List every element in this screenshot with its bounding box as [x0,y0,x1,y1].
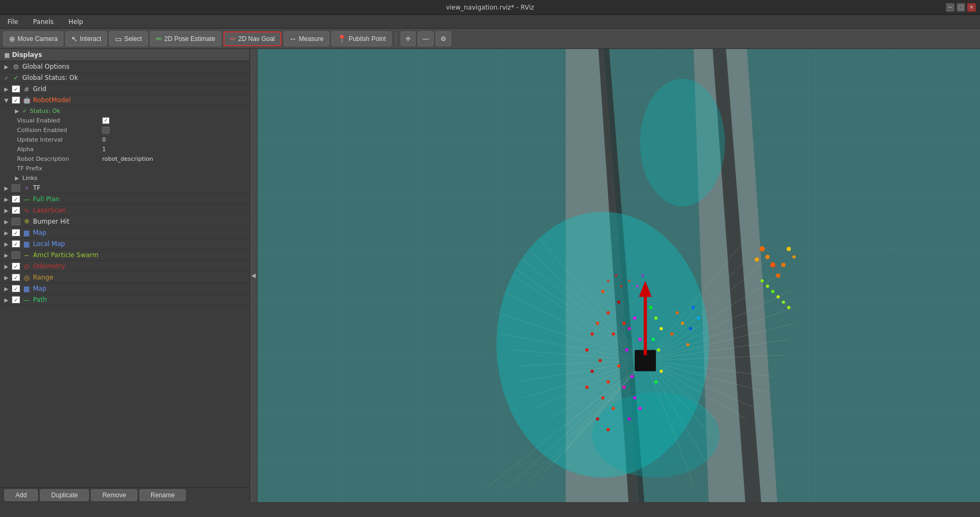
laser-scan-checkbox[interactable]: ✓ [12,207,20,214]
svg-point-71 [599,359,602,362]
links-expander[interactable]: ▶ [15,175,22,181]
measure-label: Measure [299,35,324,43]
amcl-checkbox[interactable] [12,251,20,259]
tf-expander[interactable]: ▶ [4,185,12,191]
nav-goal-button[interactable]: ✏ 2D Nav Goal [223,31,281,46]
grid-expander[interactable]: ▶ [4,86,12,92]
svg-point-63 [607,311,610,314]
collapse-handle[interactable]: ◀ [250,49,258,502]
update-interval-label: Update Interval [17,136,102,143]
bumper-hit-checkbox[interactable] [12,218,20,225]
displays-list[interactable]: ▶ ⚙ Global Options ✓ ✓ Global Status: Ok… [0,61,250,487]
range-item[interactable]: ▶ ✓ ◎ Range [0,272,250,283]
visual-enabled-label: Visual Enabled [17,117,102,124]
full-plan-icon: — [22,195,31,203]
minimize-button[interactable]: ─ [946,3,954,12]
links-item[interactable]: ▶ Links [0,173,250,183]
visual-enabled-row: Visual Enabled ✓ [0,116,250,125]
close-button[interactable]: ✕ [967,3,976,12]
path-item[interactable]: ▶ ✓ — Path [0,294,250,306]
window-controls[interactable]: ─ □ ✕ [946,3,976,12]
path-checkbox[interactable]: ✓ [12,296,20,303]
duplicate-button[interactable]: Duplicate [40,489,89,501]
svg-point-121 [793,256,796,259]
visual-enabled-checkbox[interactable]: ✓ [102,117,110,124]
map-expander[interactable]: ▶ [4,230,12,236]
odometry-expander[interactable]: ▶ [4,264,12,269]
robot-model-expander[interactable]: ▼ [4,97,12,103]
select-button[interactable]: ▭ Select [109,31,147,46]
svg-point-70 [585,348,588,351]
global-status-item[interactable]: ✓ ✓ Global Status: Ok [0,72,250,84]
menu-file[interactable]: File [4,17,21,27]
full-plan-item[interactable]: ▶ ✓ — Full Plan [0,194,250,205]
robot-model-checkbox[interactable]: ✓ [12,96,20,104]
tf-checkbox[interactable] [12,184,20,192]
maximize-button[interactable]: □ [957,3,965,12]
range-checkbox[interactable]: ✓ [12,274,20,281]
range-expander[interactable]: ▶ [4,275,12,281]
update-interval-row: Update Interval 0 [0,135,250,144]
grid-item[interactable]: ▶ ✓ # Grid [0,84,250,95]
toolbar-separator [396,32,396,45]
collision-enabled-checkbox[interactable] [102,127,110,134]
remove-button[interactable]: Remove [91,489,137,501]
map-item[interactable]: ▶ ✓ ▦ Map [0,227,250,239]
svg-point-88 [638,407,642,410]
tf-item[interactable]: ▶ ⚡ TF [0,183,250,194]
svg-point-72 [617,364,620,367]
svg-point-96 [660,370,663,373]
grid-checkbox[interactable]: ✓ [12,85,20,93]
map2-expander[interactable]: ▶ [4,286,12,292]
menu-panels[interactable]: Panels [30,17,57,27]
robot-description-label: Robot Description [17,155,102,162]
svg-point-108 [628,280,630,282]
svg-point-81 [628,327,631,330]
bumper-hit-item[interactable]: ▶ ❊ Bumper Hit [0,216,250,227]
interact-button[interactable]: ↖ Interact [65,31,107,46]
links-label: Links [22,175,37,182]
svg-point-120 [787,247,791,251]
3d-viewport[interactable] [258,49,980,502]
robot-description-value: robot_description [102,155,153,162]
global-status-expander[interactable]: ✓ [4,75,12,81]
zoom-reset-button[interactable]: ✛ [401,31,416,46]
settings-icon: ⚙ [441,35,446,43]
full-plan-expander[interactable]: ▶ [4,196,12,202]
rename-button[interactable]: Rename [139,489,186,501]
pose-estimate-button[interactable]: ✏ 2D Pose Estimate [150,31,221,46]
settings-button[interactable]: ⚙ [436,31,451,46]
svg-point-78 [596,417,599,421]
menu-help[interactable]: Help [65,17,86,27]
global-options-item[interactable]: ▶ ⚙ Global Options [0,61,250,72]
path-expander[interactable]: ▶ [4,297,12,303]
odometry-item[interactable]: ▶ ✓ ⊙ Odometry [0,261,250,272]
map2-checkbox[interactable]: ✓ [12,285,20,292]
svg-point-101 [686,343,690,346]
laser-scan-item[interactable]: ▶ ✓ ∿ LaserScan [0,205,250,216]
local-map-expander[interactable]: ▶ [4,241,12,247]
odometry-checkbox[interactable]: ✓ [12,262,20,270]
laser-scan-expander[interactable]: ▶ [4,208,12,214]
measure-button[interactable]: ↔ Measure [284,31,330,46]
local-map-item[interactable]: ▶ ✓ ▦ Local Map [0,239,250,250]
global-options-label: Global Options [22,63,247,70]
amcl-expander[interactable]: ▶ [4,252,12,258]
svg-point-117 [755,258,759,262]
robot-model-item[interactable]: ▼ ✓ 🤖 RobotModel [0,95,250,106]
publish-point-label: Publish Point [348,35,386,43]
global-options-expander[interactable]: ▶ [4,64,12,70]
robot-model-label: RobotModel [33,96,247,104]
zoom-out-button[interactable]: — [418,31,434,46]
status-check-icon: ✓ [22,108,30,114]
move-camera-button[interactable]: ⊕ Move Camera [3,31,63,46]
map-checkbox[interactable]: ✓ [12,229,20,236]
full-plan-checkbox[interactable]: ✓ [12,195,20,203]
svg-point-106 [615,275,617,277]
local-map-checkbox[interactable]: ✓ [12,240,20,248]
bumper-hit-expander[interactable]: ▶ [4,219,12,225]
map2-item[interactable]: ▶ ✓ ▦ Map [0,283,250,294]
add-button[interactable]: Add [4,489,38,501]
publish-point-button[interactable]: 📍 Publish Point [331,31,392,46]
amcl-item[interactable]: ▶ ~ Amcl Particle Swarm [0,250,250,261]
